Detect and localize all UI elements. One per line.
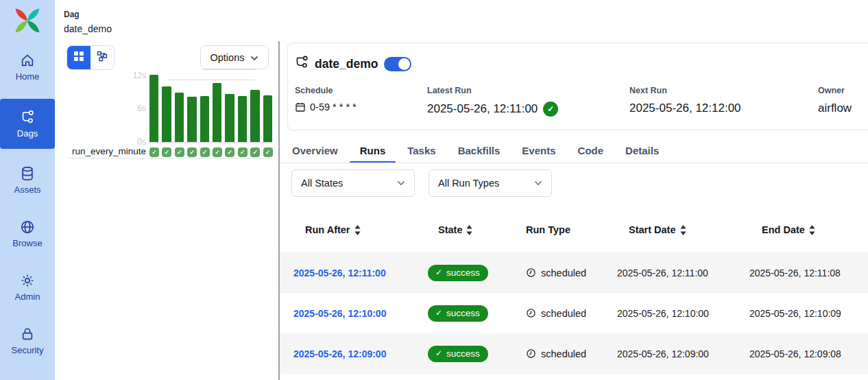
- dag-icon: [20, 110, 35, 125]
- dag-run-bar[interactable]: [263, 95, 272, 142]
- run-type-filter-select[interactable]: All Run Types: [429, 169, 552, 197]
- tab-events[interactable]: Events: [511, 139, 566, 163]
- column-header-run-after[interactable]: Run After: [305, 224, 361, 235]
- run-type: scheduled: [526, 348, 586, 359]
- state-label: success: [446, 308, 480, 318]
- tab-backfills[interactable]: Backfills: [448, 139, 511, 163]
- run-after-link[interactable]: 2025-05-26, 12:11:00: [293, 268, 386, 278]
- run-type: scheduled: [526, 268, 586, 278]
- options-button-label: Options: [210, 52, 245, 63]
- stat-label: Latest Run: [427, 86, 558, 95]
- column-header-cell: End Date: [749, 224, 868, 235]
- sidebar-item-assets[interactable]: Assets: [0, 158, 55, 202]
- graph-view-button[interactable]: [91, 46, 114, 69]
- start-date-value: 2025-05-26, 12:10:00: [617, 308, 709, 319]
- options-button[interactable]: Options: [200, 45, 269, 69]
- dag-run-bar[interactable]: [250, 90, 259, 142]
- stat-label: Next Run: [629, 86, 741, 95]
- state-badge-success: ✓success: [428, 265, 488, 281]
- sidebar: HomeDagsAssetsBrowseAdminSecurity: [0, 0, 55, 380]
- end-date-value: 2025-05-26, 12:11:08: [749, 268, 841, 278]
- dag-run-bar[interactable]: [162, 86, 171, 142]
- start-date-value: 2025-05-26, 12:09:00: [617, 348, 709, 359]
- task-instance-success[interactable]: ✓: [162, 147, 171, 157]
- table-row[interactable]: 2025-05-26, 12:09:00✓successscheduled202…: [280, 333, 868, 374]
- column-header-state[interactable]: State: [438, 224, 472, 235]
- dag-title: date_demo: [315, 57, 378, 71]
- sidebar-item-admin[interactable]: Admin: [0, 265, 55, 309]
- end-date-value: 2025-05-26, 12:09:08: [749, 348, 841, 359]
- sort-icon[interactable]: [354, 225, 361, 235]
- task-instance-success[interactable]: ✓: [250, 147, 260, 157]
- sidebar-item-dags[interactable]: Dags: [0, 99, 55, 149]
- home-icon: [20, 53, 35, 68]
- sidebar-item-browse[interactable]: Browse: [0, 212, 55, 256]
- task-instance-success[interactable]: ✓: [187, 147, 197, 157]
- cell-end-date: 2025-05-26, 12:11:08: [749, 268, 868, 278]
- database-icon: [20, 166, 35, 181]
- run-type-filter-value: All Run Types: [438, 178, 499, 189]
- dag-run-bar[interactable]: [200, 96, 209, 142]
- task-instance-success[interactable]: ✓: [149, 147, 159, 157]
- dag-run-bar[interactable]: [187, 97, 196, 142]
- cell-end-date: 2025-05-26, 12:10:09: [749, 308, 868, 319]
- tab-code[interactable]: Code: [568, 139, 614, 163]
- calendar-icon: [295, 102, 306, 112]
- run-type-label: scheduled: [541, 268, 586, 278]
- dag-run-bar[interactable]: [213, 83, 221, 142]
- tab-details[interactable]: Details: [615, 139, 669, 163]
- sidebar-item-security[interactable]: Security: [0, 319, 55, 363]
- success-check-badge: ✓: [543, 102, 558, 117]
- sidebar-item-label: Dags: [17, 128, 38, 139]
- task-instance-success[interactable]: ✓: [200, 147, 210, 157]
- dag-pause-toggle[interactable]: [384, 57, 411, 71]
- sort-icon[interactable]: [680, 225, 686, 235]
- run-after-link[interactable]: 2025-05-26, 12:10:00: [293, 308, 386, 319]
- tab-tasks[interactable]: Tasks: [397, 139, 446, 163]
- dag-run-bar[interactable]: [175, 93, 184, 142]
- breadcrumb-dag-name: date_demo: [64, 23, 112, 34]
- cell-state: ✓success: [428, 305, 526, 322]
- tab-runs[interactable]: Runs: [350, 139, 396, 163]
- stat-next-run: Next Run2025-05-26, 12:12:00: [629, 86, 741, 115]
- globe-icon: [20, 219, 35, 235]
- dag-run-bar[interactable]: [149, 75, 158, 142]
- state-filter-value: All States: [301, 178, 343, 189]
- lock-icon: [20, 326, 35, 342]
- state-badge-success: ✓success: [428, 346, 488, 362]
- dag-run-bar[interactable]: [225, 94, 234, 142]
- check-icon: ✓: [435, 348, 442, 358]
- task-instance-success[interactable]: ✓: [263, 147, 273, 157]
- toggle-knob: [398, 58, 410, 70]
- column-header-cell: State: [428, 224, 526, 235]
- dag-detail-panel: date_demo Schedule0-59 * * * *Latest Run…: [280, 41, 868, 380]
- sidebar-item-home[interactable]: Home: [0, 45, 55, 89]
- sort-icon[interactable]: [809, 225, 815, 235]
- chevron-down-icon: [250, 52, 258, 63]
- column-header-label: End Date: [762, 224, 805, 235]
- task-instance-success[interactable]: ✓: [225, 147, 234, 157]
- task-instance-success[interactable]: ✓: [213, 147, 222, 157]
- run-after-link[interactable]: 2025-05-26, 12:09:00: [293, 348, 386, 359]
- task-row-separator: [69, 158, 272, 158]
- tab-overview[interactable]: Overview: [282, 139, 348, 163]
- column-header-end-date[interactable]: End Date: [762, 224, 815, 235]
- runs-table-header: Run AfterStateRun TypeStart DateEnd Date: [280, 214, 868, 246]
- dag-run-bar[interactable]: [238, 96, 247, 142]
- sort-icon[interactable]: [466, 225, 472, 235]
- reference-line: [168, 80, 255, 81]
- table-row[interactable]: 2025-05-26, 12:10:00✓successscheduled202…: [280, 293, 868, 333]
- graph-icon: [97, 51, 108, 64]
- table-row[interactable]: 2025-05-26, 12:11:00✓successscheduled202…: [280, 252, 868, 293]
- task-instance-success[interactable]: ✓: [238, 147, 248, 157]
- airflow-logo-icon[interactable]: [12, 5, 43, 36]
- stat-owner: Ownerairflow: [818, 86, 852, 115]
- column-header-label: Run Type: [526, 224, 570, 235]
- state-label: success: [446, 348, 480, 359]
- y-axis-tick-label: 6s: [124, 104, 146, 113]
- task-instance-success[interactable]: ✓: [175, 147, 184, 157]
- state-filter-select[interactable]: All States: [291, 169, 415, 197]
- grid-view-button[interactable]: [67, 46, 91, 69]
- grid-panel: Options 0s6s12s run_every_minute ✓✓✓✓✓✓✓…: [55, 41, 278, 380]
- column-header-start-date[interactable]: Start Date: [629, 224, 686, 235]
